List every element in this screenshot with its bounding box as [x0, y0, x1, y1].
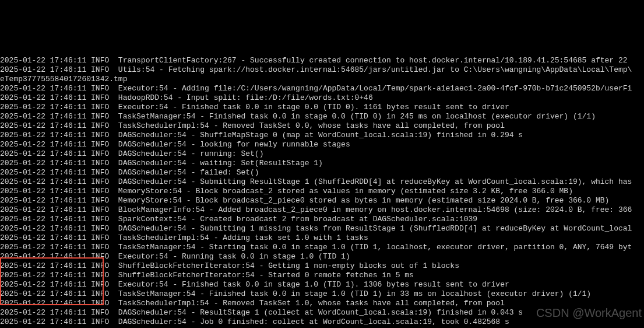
log-line: 2025-01-22 17:46:11 INFO DAGScheduler:54…: [0, 159, 644, 168]
log-line: 2025-01-22 17:46:11 INFO DAGScheduler:54…: [0, 168, 644, 177]
watermark-text: CSDN @WorkAgent: [536, 308, 642, 317]
log-line: 2025-01-22 17:46:11 INFO TaskSetManager:…: [0, 112, 644, 121]
log-line: 2025-01-22 17:46:11 INFO HadoopRDD:54 - …: [0, 93, 644, 103]
log-line: 2025-01-22 17:46:11 INFO DAGScheduler:54…: [0, 140, 644, 149]
log-line: 2025-01-22 17:46:11 INFO TaskSetManager:…: [0, 243, 644, 252]
log-line: 2025-01-22 17:46:11 INFO Executor:54 - F…: [0, 280, 644, 289]
log-line: 2025-01-22 17:46:11 INFO BlockManagerInf…: [0, 205, 644, 215]
log-line: 2025-01-22 17:46:11 INFO DAGScheduler:54…: [0, 224, 644, 233]
log-line: 2025-01-22 17:46:11 INFO TransportClient…: [0, 56, 644, 65]
log-line: 2025-01-22 17:46:11 INFO MemoryStore:54 …: [0, 196, 644, 205]
log-line: 2025-01-22 17:46:11 INFO DAGScheduler:54…: [0, 131, 644, 140]
log-line: eTemp3777555840172601342.tmp: [0, 75, 644, 84]
log-line: 2025-01-22 17:46:11 INFO MemoryStore:54 …: [0, 187, 644, 196]
log-line: 2025-01-22 17:46:11 INFO Executor:54 - F…: [0, 103, 644, 112]
log-line: 2025-01-22 17:46:11 INFO Utils:54 - Fetc…: [0, 65, 644, 75]
terminal-output[interactable]: 2025-01-22 17:46:11 INFO TransportClient…: [0, 37, 644, 328]
log-line: 2025-01-22 17:46:11 INFO DAGScheduler:54…: [0, 177, 644, 187]
log-line: 2025-01-22 17:46:11 INFO SparkContext:54…: [0, 215, 644, 224]
log-line: 2025-01-22 17:46:11 INFO TaskSetManager:…: [0, 289, 644, 299]
log-line: 2025-01-22 17:46:11 INFO DAGScheduler:54…: [0, 149, 644, 159]
log-line: 2025-01-22 17:46:11 INFO ShuffleBlockFet…: [0, 271, 644, 280]
log-line: 2025-01-22 17:46:11 INFO TaskSchedulerIm…: [0, 121, 644, 131]
log-line: 2025-01-22 17:46:11 INFO Executor:54 - A…: [0, 84, 644, 93]
log-line: 2025-01-22 17:46:11 INFO TaskSchedulerIm…: [0, 233, 644, 243]
log-line: 2025-01-22 17:46:11 INFO Executor:54 - R…: [0, 252, 644, 261]
log-line: 2025-01-22 17:46:11 INFO ShuffleBlockFet…: [0, 261, 644, 271]
